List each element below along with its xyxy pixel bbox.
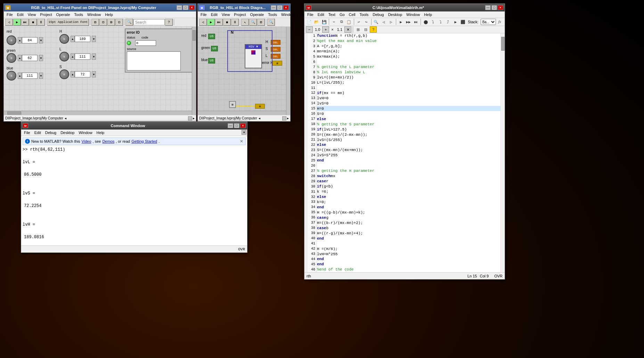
red-knob[interactable]: 0 (7, 35, 16, 45)
code-line[interactable]: else (317, 194, 500, 200)
me-paste-btn[interactable]: 📋 (345, 18, 352, 25)
S-knob[interactable]: 0 (59, 69, 69, 79)
editor-scroll-v[interactable] (500, 33, 505, 272)
me-minimize-btn[interactable]: — (485, 5, 491, 10)
info-video-link[interactable]: Video (82, 139, 91, 143)
code-line[interactable]: % getting the H parameter (317, 168, 500, 174)
menu-file[interactable]: File (5, 12, 15, 17)
cmd-maximize-btn[interactable]: □ (234, 123, 239, 128)
info-close-btn[interactable]: ✕ (240, 139, 243, 144)
code-line[interactable]: k =6; (317, 189, 500, 194)
L-increment[interactable]: ▼ (92, 53, 96, 60)
me-undo-btn[interactable]: ↩ (356, 18, 362, 25)
red-decrement[interactable]: ▲ (18, 37, 22, 43)
me-run-advance-btn[interactable]: ⏭ (413, 18, 419, 25)
bd-menu-edit[interactable]: Edit (209, 12, 220, 17)
bd-minimize-btn[interactable]: — (271, 5, 276, 10)
me-run-btn[interactable]: ▶ (398, 18, 404, 25)
bd-maximize-btn[interactable]: □ (277, 5, 283, 10)
me-step-in-btn[interactable]: ⤵ (437, 18, 444, 25)
me-save-btn[interactable]: 💾 (321, 18, 327, 25)
bd-green-node[interactable]: U8 (211, 46, 218, 51)
code-line[interactable]: lvH=0 (317, 95, 500, 101)
bd-red-node[interactable]: U8 (208, 34, 215, 39)
blue-increment[interactable]: ▼ (39, 73, 43, 79)
close-button[interactable]: ✕ (189, 5, 195, 10)
code-line[interactable]: lvS=0 (317, 101, 500, 106)
L-decrement[interactable]: ▲ (71, 53, 75, 60)
me-new-btn[interactable]: 📄 (306, 18, 312, 25)
code-line[interactable]: % getting the S parameter (317, 122, 500, 127)
green-knob[interactable]: 0 (7, 53, 16, 63)
bd-tb-zoom[interactable]: 🔍 (249, 19, 257, 26)
blue-decrement[interactable]: ▲ (18, 73, 22, 79)
S-decrement[interactable]: ▲ (71, 71, 75, 77)
scroll-thumb-v[interactable] (193, 30, 196, 41)
code-line[interactable]: A =[r,g,b]; (317, 44, 500, 49)
fp-scrollbar-h[interactable] (4, 111, 192, 115)
code-line[interactable]: k=0; (317, 200, 500, 205)
code-line[interactable]: if(mx == mn) (317, 90, 500, 95)
me-nav-back-btn[interactable]: ◁ (380, 18, 387, 25)
code-line[interactable]: end (317, 257, 500, 262)
tb-search-icon[interactable]: 🔍 (125, 19, 133, 26)
menu-tools[interactable]: Tools (72, 12, 85, 17)
cmd-close-btn[interactable]: ✕ (240, 123, 246, 128)
code-line[interactable] (317, 59, 500, 65)
code-line[interactable]: H =(H/6); (317, 246, 500, 251)
fp-scrollbar-v[interactable] (192, 27, 196, 115)
code-line[interactable]: %get the max and min value (317, 39, 500, 44)
code-line[interactable]: %end of the code (317, 267, 500, 272)
me-run-section-btn[interactable]: ▶▶ (405, 18, 411, 25)
code-line[interactable]: S=((mx-mn)/(mx+mn)); (317, 148, 500, 153)
code-line[interactable]: lvS=(S/255) (317, 137, 500, 142)
cmd-menu-edit[interactable]: Edit (32, 130, 43, 135)
me-menu-tools[interactable]: Tools (358, 12, 371, 17)
H-increment[interactable]: ▼ (92, 36, 96, 42)
tb-help-btn[interactable]: ? (165, 19, 173, 26)
cmd-menu-help[interactable]: Help (95, 130, 107, 135)
bd-struct-icon[interactable]: ⊞ (229, 101, 236, 108)
H-value[interactable]: 189 (75, 36, 90, 42)
bd-menu-file[interactable]: File (198, 12, 209, 17)
me-continue-btn[interactable]: ▶ (452, 18, 459, 25)
bd-menu-operate[interactable]: Operate (248, 12, 266, 17)
me-find-btn[interactable]: 🔍 (373, 18, 380, 25)
bd-tb-search[interactable]: 🔍 (267, 19, 275, 26)
bd-tb-runall[interactable]: ⏭ (215, 19, 223, 26)
me-stack-select[interactable]: Ba... (481, 19, 496, 25)
L-value[interactable]: 111 (75, 53, 90, 60)
cmd-dock-btn[interactable]: ▾ (242, 130, 246, 135)
me-cell-x-btn[interactable]: ✕ (344, 26, 351, 33)
code-line[interactable]: % lvL means labview L (317, 70, 500, 75)
info-demos-link[interactable]: Demos (102, 139, 114, 143)
source-box[interactable] (127, 51, 181, 70)
me-cell-icon1[interactable]: ⊞ (354, 26, 361, 33)
bd-scroll-h[interactable] (198, 111, 286, 115)
me-menu-file[interactable]: File (305, 12, 316, 17)
green-value[interactable]: 62 (22, 55, 38, 61)
me-nav-fwd-btn[interactable]: ▷ (388, 18, 394, 25)
me-maximize-btn[interactable]: □ (491, 5, 497, 10)
me-step-btn[interactable]: ⤵ (430, 18, 437, 25)
code-line[interactable]: end (317, 205, 500, 210)
me-close-btn[interactable]: ✕ (498, 5, 503, 10)
me-cell-icon2[interactable]: ⊟ (362, 26, 369, 33)
S-increment[interactable]: ▼ (92, 71, 96, 77)
bd-tb-stop[interactable]: ■ (223, 19, 231, 26)
me-open-btn[interactable]: 📂 (313, 18, 320, 25)
menu-view[interactable]: View (26, 12, 38, 17)
me-menu-window[interactable]: Window (404, 12, 422, 17)
cmd-menu-desktop[interactable]: Desktop (58, 130, 76, 135)
code-line[interactable]: end (317, 262, 500, 267)
H-decrement[interactable]: ▲ (71, 36, 75, 42)
me-exit-debug-btn[interactable]: ⬛ (460, 18, 466, 25)
menu-operate[interactable]: Operate (54, 12, 72, 17)
bd-tb-pause[interactable]: ⏸ (231, 19, 239, 26)
me-step-out-btn[interactable]: ⤴ (445, 18, 451, 25)
blue-value[interactable]: 111 (22, 73, 38, 79)
me-menu-help[interactable]: Help (422, 12, 434, 17)
bd-tb-grid[interactable]: ⊞ (257, 19, 265, 26)
code-line[interactable]: mn=min(A); (317, 49, 500, 54)
tb-reorder-btn[interactable]: ⊡ (115, 19, 123, 26)
